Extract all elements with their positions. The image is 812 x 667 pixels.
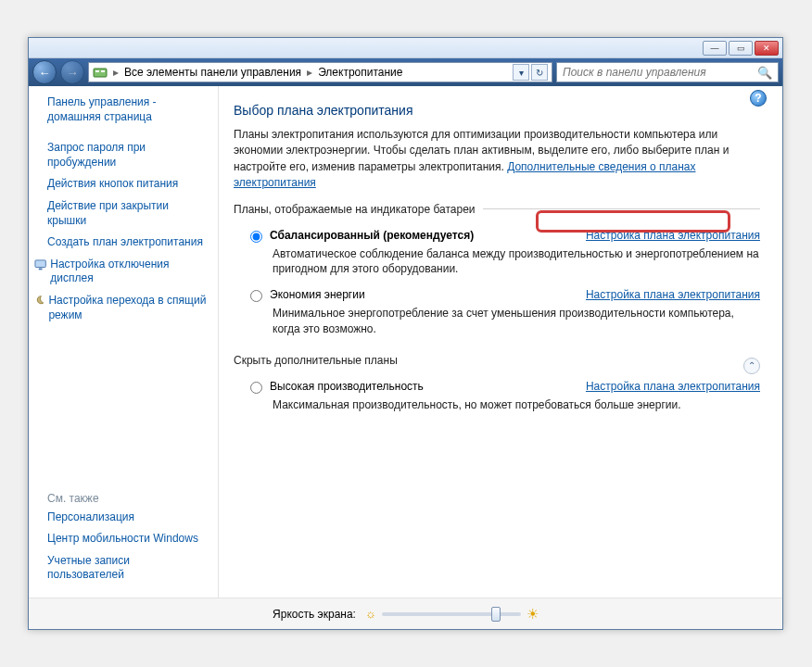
collapse-button[interactable]: ⌃ [743,358,760,374]
extra-plans-legend: Скрыть дополнительные планы [234,354,760,367]
configure-plan-link-powersave[interactable]: Настройка плана электропитания [586,288,760,301]
seealso-personalization[interactable]: Персонализация [29,507,218,529]
plan-desc: Минимальное энергопотребление за счет ум… [234,304,760,345]
sidebar: ? Панель управления - домашняя страница … [29,86,219,598]
primary-plans-group: Планы, отображаемые на индикаторе батаре… [234,203,760,345]
close-button[interactable]: ✕ [755,41,779,56]
slider-thumb[interactable] [491,607,501,622]
svg-rect-0 [94,69,107,77]
sidebar-link-create-plan[interactable]: Создать план электропитания [29,232,218,254]
plan-title: Сбалансированный (рекомендуется) [270,229,474,242]
plan-title: Экономия энергии [270,288,365,301]
sidebar-link-display-off[interactable]: Настройка отключения дисплея [29,254,218,290]
intro-text: Планы электропитания используются для оп… [234,127,760,192]
see-also-heading: См. также [29,486,218,507]
slider-track[interactable] [382,612,521,616]
minimize-button[interactable]: — [703,41,727,56]
plan-radio-powersave[interactable] [250,290,262,302]
maximize-button[interactable]: ▭ [729,41,753,56]
plan-title: Высокая производительность [270,380,424,393]
nav-toolbar: ← → ▸ Все элементы панели управления ▸ Э… [29,58,782,86]
breadcrumb-sep-icon: ▸ [307,66,312,79]
address-dropdown-button[interactable]: ▾ [513,64,529,81]
page-title: Выбор плана электропитания [234,103,760,118]
back-button[interactable]: ← [32,60,57,84]
refresh-button[interactable]: ↻ [531,64,548,81]
main-content: Выбор плана электропитания Планы электро… [219,86,782,598]
primary-plans-legend: Планы, отображаемые на индикаторе батаре… [234,203,483,216]
plan-desc: Автоматическое соблюдение баланса между … [234,245,760,285]
configure-plan-link-balanced[interactable]: Настройка плана электропитания [586,229,760,242]
search-input[interactable] [563,66,757,79]
brightness-label: Яркость экрана: [273,608,356,621]
window-body: ? Панель управления - домашняя страница … [29,86,782,598]
plan-desc: Максимальная производительность, но може… [234,396,760,421]
brightness-bar: Яркость экрана: ☼ ☀ [29,598,782,629]
sidebar-link-lid-close[interactable]: Действие при закрытии крышки [29,195,218,232]
monitor-icon [34,258,46,271]
svg-rect-2 [101,70,105,72]
breadcrumb-current[interactable]: Электропитание [318,66,402,79]
plan-row-high-perf: Высокая производительность Настройка пла… [234,376,760,396]
plan-row-powersave: Экономия энергии Настройка плана электро… [234,284,760,304]
svg-rect-1 [95,70,99,72]
plan-radio-high-perf[interactable] [250,382,262,394]
control-panel-window: — ▭ ✕ ← → ▸ Все элементы панели управлен… [28,37,783,630]
brightness-slider[interactable]: ☼ ☀ [365,606,539,623]
extra-plans-group: Скрыть дополнительные планы ⌃ Высокая пр… [234,354,760,421]
search-icon: 🔍 [757,66,772,80]
address-bar[interactable]: ▸ Все элементы панели управления ▸ Элект… [88,62,552,82]
sidebar-link-password[interactable]: Запрос пароля при пробуждении [29,137,218,173]
seealso-mobility-center[interactable]: Центр мобильности Windows [29,528,218,550]
plan-row-balanced: Сбалансированный (рекомендуется) Настрой… [234,225,760,245]
forward-button[interactable]: → [60,60,84,84]
titlebar: — ▭ ✕ [29,38,782,58]
sidebar-link-power-buttons[interactable]: Действия кнопок питания [29,173,218,195]
plan-radio-balanced[interactable] [250,231,262,243]
sidebar-item-label: Настройка перехода в спящий режим [48,294,207,322]
sidebar-link-sleep[interactable]: Настройка перехода в спящий режим [29,290,218,326]
breadcrumb-sep-icon: ▸ [113,66,119,79]
seealso-user-accounts[interactable]: Учетные записи пользователей [29,550,218,586]
moon-icon [34,295,44,308]
sun-bright-icon: ☀ [527,606,539,623]
sidebar-item-label: Настройка отключения дисплея [50,258,207,286]
control-panel-icon [93,65,108,80]
svg-rect-4 [39,268,43,270]
breadcrumb-root[interactable]: Все элементы панели управления [124,66,301,79]
sun-dim-icon: ☼ [365,607,376,621]
configure-plan-link-high-perf[interactable]: Настройка плана электропитания [586,380,760,393]
search-box[interactable]: 🔍 [556,62,779,82]
svg-rect-3 [35,260,45,268]
sidebar-home-link[interactable]: Панель управления - домашняя страница [29,92,218,128]
